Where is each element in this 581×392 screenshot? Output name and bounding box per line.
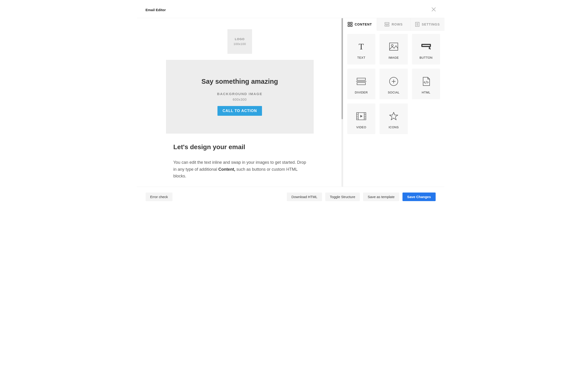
block-button[interactable]: BUTTON xyxy=(412,34,440,64)
star-icon xyxy=(389,112,399,121)
body-para-bold: Content, xyxy=(218,167,235,172)
editor-title: Email Editor xyxy=(146,8,166,12)
button-icon xyxy=(421,42,431,51)
svg-rect-16 xyxy=(357,78,365,80)
svg-point-13 xyxy=(391,44,393,46)
tab-rows-label: ROWS xyxy=(392,22,403,26)
image-icon xyxy=(389,42,399,51)
rows-icon xyxy=(385,22,389,26)
error-check-button[interactable]: Error check xyxy=(146,192,173,201)
editor-footer: Error check Download HTML Toggle Structu… xyxy=(137,187,445,208)
save-changes-button[interactable]: Save Changes xyxy=(403,192,436,201)
tab-content-label: CONTENT xyxy=(355,22,372,26)
body-paragraph[interactable]: You can edit the text inline and swap in… xyxy=(173,159,306,180)
block-icons-label: ICONS xyxy=(389,126,399,129)
content-blocks-grid: T TEXT IMAGE BUTTON DIVIDER xyxy=(343,30,445,137)
toggle-structure-button[interactable]: Toggle Structure xyxy=(325,192,360,201)
block-button-label: BUTTON xyxy=(420,56,433,60)
settings-icon xyxy=(415,22,419,27)
svg-rect-3 xyxy=(351,25,352,26)
save-template-button[interactable]: Save as template xyxy=(363,192,399,201)
social-icon xyxy=(389,77,399,86)
download-html-button[interactable]: Download HTML xyxy=(287,192,322,201)
block-video-label: VIDEO xyxy=(356,126,366,129)
grid-icon xyxy=(348,22,352,27)
close-button[interactable] xyxy=(432,8,436,12)
block-social[interactable]: SOCIAL xyxy=(380,69,408,99)
block-divider[interactable]: DIVIDER xyxy=(347,69,376,99)
block-icons[interactable]: ICONS xyxy=(380,104,408,134)
close-icon xyxy=(432,8,436,11)
block-text-label: TEXT xyxy=(357,56,365,60)
hero-dimensions: 600x300 xyxy=(233,98,247,101)
tab-content[interactable]: CONTENT xyxy=(343,18,377,30)
tab-settings-label: SETTINGS xyxy=(422,22,440,26)
logo-label: LOGO xyxy=(235,37,245,41)
body-heading[interactable]: Let's design your email xyxy=(173,143,306,151)
hero-heading[interactable]: Say something amazing xyxy=(201,78,278,85)
body-text-block[interactable]: Let's design your email You can edit the… xyxy=(166,143,314,180)
block-image-label: IMAGE xyxy=(389,56,399,60)
hero-block[interactable]: Say something amazing BACKGROUND IMAGE 6… xyxy=(166,60,314,134)
block-html-label: HTML xyxy=(422,91,430,94)
block-video[interactable]: VIDEO xyxy=(347,104,376,134)
svg-rect-4 xyxy=(385,22,389,24)
svg-rect-2 xyxy=(348,25,350,26)
logo-dimensions: 100x100 xyxy=(233,42,246,46)
hero-bg-label: BACKGROUND IMAGE xyxy=(217,92,262,96)
svg-rect-0 xyxy=(348,22,350,24)
canvas-area[interactable]: LOGO 100x100 Say something amazing BACKG… xyxy=(137,18,343,187)
block-text[interactable]: T TEXT xyxy=(347,34,376,64)
sidebar: CONTENT ROWS SETTINGS T TEXT xyxy=(343,18,445,187)
video-icon xyxy=(356,112,366,121)
editor-header: Email Editor xyxy=(137,0,445,18)
tab-settings[interactable]: SETTINGS xyxy=(411,18,445,30)
editor-main: LOGO 100x100 Say something amazing BACKG… xyxy=(137,18,445,187)
block-social-label: SOCIAL xyxy=(388,91,400,94)
divider-icon xyxy=(356,77,366,86)
svg-rect-15 xyxy=(422,45,430,46)
scrollbar-track xyxy=(342,18,343,187)
footer-actions: Download HTML Toggle Structure Save as t… xyxy=(287,192,435,201)
sidebar-tabs: CONTENT ROWS SETTINGS xyxy=(343,18,445,30)
block-divider-label: DIVIDER xyxy=(355,91,368,94)
tab-rows[interactable]: ROWS xyxy=(377,18,411,30)
svg-text:T: T xyxy=(359,42,364,51)
text-icon: T xyxy=(356,42,366,51)
scrollbar-thumb[interactable] xyxy=(342,18,343,119)
block-image[interactable]: IMAGE xyxy=(380,34,408,64)
html-icon xyxy=(421,77,431,86)
svg-rect-1 xyxy=(351,22,352,24)
block-html[interactable]: HTML xyxy=(412,69,440,99)
svg-rect-18 xyxy=(357,82,365,85)
logo-placeholder[interactable]: LOGO 100x100 xyxy=(227,29,252,54)
cta-button[interactable]: CALL TO ACTION xyxy=(217,106,262,116)
